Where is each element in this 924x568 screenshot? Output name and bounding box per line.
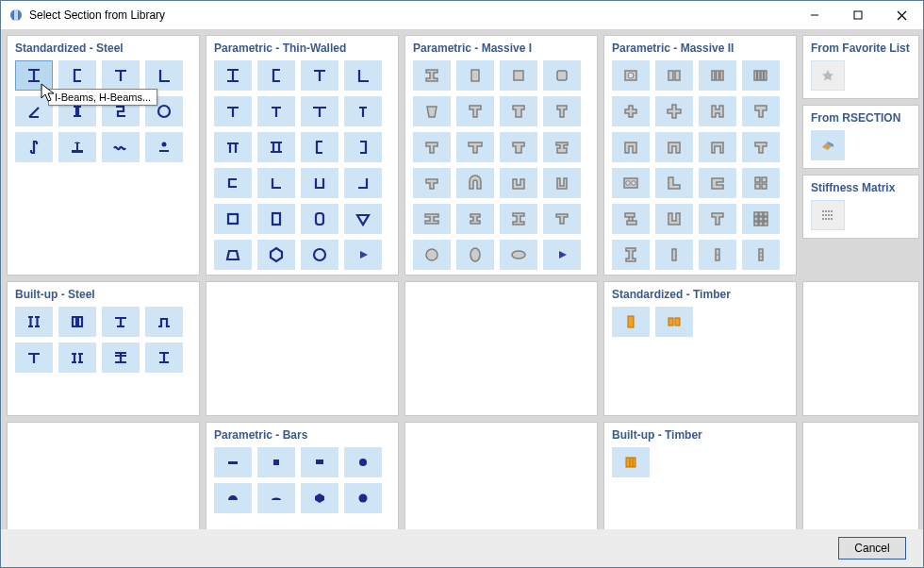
circle-solid-icon[interactable] [413, 240, 451, 270]
grid3-icon[interactable] [742, 204, 780, 234]
bars-v-icon[interactable] [699, 60, 736, 91]
bu-t-comp-icon[interactable] [102, 307, 140, 337]
omega-icon[interactable] [500, 168, 537, 198]
round-bar2-icon[interactable] [344, 483, 382, 513]
t-up-icon[interactable] [543, 96, 581, 126]
rect-hollow-icon[interactable] [257, 204, 295, 234]
square-hollow-icon[interactable] [214, 204, 252, 234]
arch-icon[interactable] [456, 168, 494, 198]
tee-narrow-icon[interactable] [344, 96, 382, 126]
angle-icon[interactable] [145, 60, 183, 91]
lam-timber-icon[interactable] [612, 447, 650, 477]
u-shape-icon[interactable] [301, 168, 338, 198]
h-solid-icon[interactable] [500, 204, 537, 234]
tee-alt-icon[interactable] [257, 96, 295, 126]
bu-hat-icon[interactable] [145, 307, 183, 337]
i-thin-icon[interactable] [214, 60, 252, 91]
tee-flat-icon[interactable] [214, 96, 252, 126]
double-ring-icon[interactable] [612, 168, 650, 198]
square-bar-icon[interactable] [257, 447, 295, 477]
hex-bar-icon[interactable] [301, 483, 338, 513]
io-timber-icon[interactable] [655, 307, 693, 337]
cross-solid-icon[interactable] [612, 96, 650, 126]
arch-c-icon[interactable] [699, 132, 736, 162]
u-narrow-icon[interactable] [543, 168, 581, 198]
tee-thin-icon[interactable] [301, 60, 338, 91]
rect-solid-icon[interactable] [456, 60, 494, 91]
close-button[interactable] [880, 1, 923, 29]
rect-timber-icon[interactable] [612, 307, 650, 337]
l-right-icon[interactable] [344, 168, 382, 198]
bu-box-i-icon[interactable] [58, 307, 96, 337]
z-section-icon[interactable] [15, 132, 53, 162]
cross-icon[interactable] [500, 96, 537, 126]
i-wide-icon[interactable] [413, 204, 451, 234]
channel-icon[interactable] [58, 60, 96, 91]
i-solid-icon[interactable] [413, 60, 451, 91]
channel-right-icon[interactable] [344, 132, 382, 162]
cancel-button[interactable]: Cancel [838, 537, 906, 560]
plus-icon[interactable] [655, 96, 693, 126]
bu-i-plate-icon[interactable] [102, 342, 140, 373]
z-large-icon[interactable] [612, 204, 650, 234]
channel-thin-icon[interactable] [257, 60, 295, 91]
minimize-button[interactable] [793, 1, 836, 29]
rect-tall-icon[interactable] [543, 60, 581, 91]
i-thin2-icon[interactable] [543, 204, 581, 234]
angle-thin-icon[interactable] [344, 60, 382, 91]
tee-wide-icon[interactable] [301, 96, 338, 126]
t-solid2-icon[interactable] [742, 96, 780, 126]
channel-left-icon[interactable] [301, 132, 338, 162]
flat-rounded-icon[interactable] [257, 483, 295, 513]
u-solid-icon[interactable] [413, 132, 451, 162]
bars2-icon[interactable] [699, 240, 736, 270]
wave-icon[interactable] [102, 132, 140, 162]
c-shape-icon[interactable] [214, 168, 252, 198]
tri-hollow-icon[interactable] [344, 204, 382, 234]
bu-double-i-icon[interactable] [15, 307, 53, 337]
trapezoid-icon[interactable] [214, 240, 252, 270]
i-narrow-icon[interactable] [456, 204, 494, 234]
ring-icon[interactable] [612, 60, 650, 91]
bu-i-welded-icon[interactable] [145, 342, 183, 373]
l-shape-icon[interactable] [257, 168, 295, 198]
pi-icon[interactable] [214, 132, 252, 162]
bars1-icon[interactable] [655, 240, 693, 270]
cap-icon[interactable] [413, 168, 451, 198]
arch-t-icon[interactable] [742, 132, 780, 162]
rect-bar-icon[interactable] [301, 447, 338, 477]
circle-hollow-icon[interactable] [301, 240, 338, 270]
ellipse-h-icon[interactable] [456, 240, 494, 270]
bu-channel-pair-icon[interactable] [58, 342, 96, 373]
angle-mirror-icon[interactable] [15, 96, 53, 126]
h-thick-icon[interactable] [699, 96, 736, 126]
i-section-icon[interactable] [15, 60, 53, 91]
round-bar-icon[interactable] [145, 132, 183, 162]
wide-flange-icon[interactable] [58, 132, 96, 162]
l-corner-icon[interactable] [655, 168, 693, 198]
half-round-icon[interactable] [214, 483, 252, 513]
ogee-icon[interactable] [699, 168, 736, 198]
t-cap-icon[interactable] [543, 132, 581, 162]
grid-icon[interactable] [742, 168, 780, 198]
trap-solid-icon[interactable] [413, 96, 451, 126]
t-large-icon[interactable] [699, 204, 736, 234]
ellipse-w-icon[interactable] [500, 240, 537, 270]
double-rect-icon[interactable] [655, 60, 693, 91]
arch-l-icon[interactable] [612, 132, 650, 162]
flat-bar-icon[interactable] [214, 447, 252, 477]
maximize-button[interactable] [836, 1, 880, 29]
bu-t-plate-icon[interactable] [15, 342, 53, 373]
t-down-icon[interactable] [456, 96, 494, 126]
round-bar-icon[interactable] [344, 447, 382, 477]
arch-r-icon[interactable] [655, 132, 693, 162]
u-wide-icon[interactable] [456, 132, 494, 162]
double-i-icon[interactable] [257, 132, 295, 162]
round-hollow-icon[interactable] [301, 204, 338, 234]
bars3-icon[interactable] [742, 240, 780, 270]
t-solid-icon[interactable] [500, 132, 537, 162]
more-massive-icon[interactable] [543, 240, 581, 270]
favorite-pin-icon[interactable] [811, 60, 845, 91]
stiffness-matrix-icon[interactable] [811, 200, 845, 230]
u-large-icon[interactable] [655, 204, 693, 234]
